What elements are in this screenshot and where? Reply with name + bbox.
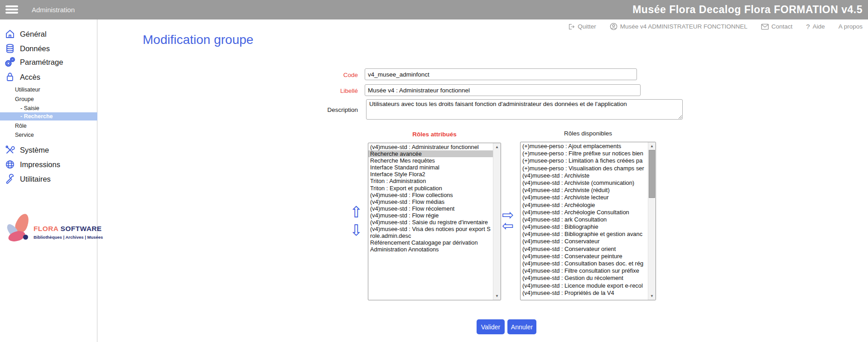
sidebar-item-groupe-saisie[interactable]: - Saisie [0, 104, 97, 112]
lock-icon [5, 72, 15, 82]
move-up-arrow[interactable]: ⇧ [350, 204, 363, 220]
scrollbar-thumb[interactable] [649, 150, 655, 198]
list-item[interactable]: Administration Annotations [368, 246, 493, 253]
libelle-input[interactable] [365, 84, 641, 96]
move-down-arrow[interactable]: ⇩ [350, 222, 363, 238]
scroll-down-icon[interactable]: ▼ [493, 292, 501, 300]
list-item[interactable]: (+)musee-perso : Visualisation des champ… [521, 165, 648, 172]
sidebar-item-role[interactable]: Rôle [0, 122, 97, 130]
list-item[interactable]: role.admin.desc [368, 232, 493, 239]
database-icon [5, 43, 15, 54]
list-item[interactable]: (v4)musee-std : Conservateur peinture [521, 253, 648, 260]
scroll-up-icon[interactable]: ▲ [648, 142, 656, 150]
list-item[interactable]: (v4)musee-std : Saisie du registre d'inv… [368, 219, 493, 226]
attributed-roles-list: (v4)musee-std : Administrateur fonctionn… [368, 144, 493, 300]
list-item[interactable]: (v4)musee-std : Bibliographie [521, 223, 648, 231]
list-item[interactable]: (v4)musee-std : Archiviste (communicatio… [521, 179, 648, 187]
sidebar-item-label: Utilitaires [20, 175, 51, 183]
sidebar-item-systeme[interactable]: Système [0, 144, 97, 156]
list-item[interactable]: (v4)musee-std : Visa des notices pour ex… [368, 226, 493, 232]
available-scrollbar[interactable]: ▲ ▼ [648, 142, 656, 300]
scroll-down-icon[interactable]: ▼ [648, 292, 656, 300]
valider-button[interactable]: Valider [477, 319, 505, 334]
logo-tagline: Bibliothèques | Archives | Musées [34, 235, 103, 240]
list-item[interactable]: Triton : Administration [368, 178, 493, 184]
sidebar-item-service[interactable]: Service [0, 131, 97, 139]
available-roles-title: Rôles disponibles [520, 130, 656, 137]
list-item[interactable]: (v4)musee-std : Archiviste (réduit) [521, 187, 648, 194]
list-item[interactable]: (v4)musee-std : Conservateur [521, 238, 648, 245]
code-input[interactable] [365, 68, 637, 80]
sidebar-item-donnees[interactable]: Données [0, 43, 97, 54]
contact-button[interactable]: Contact [761, 23, 793, 30]
sidebar-subitem-label: Utilisateur [0, 86, 97, 94]
question-icon: ? [806, 23, 810, 30]
list-item[interactable]: (v4)musee-std : Flow médias [368, 198, 493, 205]
list-item[interactable]: (v4)musee-std : Filtre consultation sur … [521, 267, 648, 275]
hamburger-menu-icon[interactable] [5, 4, 19, 15]
available-roles-listbox: (+)musee-perso : Ajout emplacements(+)mu… [520, 142, 656, 300]
list-item[interactable]: (v4)musee-std : Gestion du récolement [521, 275, 648, 282]
current-user[interactable]: Musée v4 ADMINISTRATEUR FONCTIONNEL [610, 23, 747, 30]
sidebar-subitem-label: - Saisie [0, 104, 97, 112]
scroll-up-icon[interactable]: ▲ [493, 143, 501, 151]
wrench-icon [5, 173, 15, 184]
list-item[interactable]: (v4)musee-std : Archéologie [521, 202, 648, 209]
list-item[interactable]: Triton : Export et publication [368, 185, 493, 192]
list-item[interactable]: Interface Style Flora2 [368, 171, 493, 178]
sidebar-subitem-label: Service [0, 131, 97, 139]
quit-button[interactable]: Quitter [568, 23, 596, 30]
sidebar-item-impressions[interactable]: Impressions [0, 159, 97, 170]
attributed-roles-listbox: (v4)musee-std : Administrateur fonctionn… [368, 143, 501, 300]
list-item[interactable]: (v4)musee-std : Flow collections [368, 192, 493, 198]
sidebar-item-groupe-recherche[interactable]: - Recherche [0, 112, 97, 120]
envelope-icon [761, 24, 769, 30]
sidebar-subitem-label: Groupe [0, 95, 97, 103]
list-item[interactable]: (v4)musee-std : Conservateur orient [521, 246, 648, 253]
sidebar-item-groupe[interactable]: Groupe [0, 95, 97, 103]
attributed-scrollbar[interactable]: ▲ ▼ [493, 143, 501, 300]
administration-window: Administration Musée Flora Decalog Flora… [0, 0, 868, 342]
sidebar-subitem-label: - Recherche [0, 112, 97, 120]
sidebar-item-label: Général [20, 30, 47, 39]
app-title: Musée Flora Decalog Flora FORMATION v4.5 [632, 0, 863, 19]
sidebar-item-label: Données [20, 44, 50, 53]
sidebar-item-acces[interactable]: Accès [0, 71, 97, 83]
sidebar-item-label: Impressions [20, 160, 60, 169]
libelle-label: Libellé [299, 87, 358, 94]
list-item[interactable]: Recherche avancée [368, 150, 493, 157]
help-label: Aide [813, 23, 825, 30]
logo-dot [23, 235, 28, 240]
about-label: A propos [839, 23, 863, 30]
list-item[interactable]: (v4)musee-std : Archiviste lecteur [521, 194, 648, 201]
sidebar-subitem-label: Rôle [0, 122, 97, 130]
list-item[interactable]: (+)musee-perso : Limitation à fiches cré… [521, 157, 648, 164]
about-button[interactable]: A propos [839, 23, 863, 30]
list-item[interactable]: (v4)musee-std : Flow régie [368, 212, 493, 219]
remove-role-arrow[interactable]: ⇦ [502, 219, 514, 233]
sidebar-item-utilitaires[interactable]: Utilitaires [0, 173, 97, 185]
list-item[interactable]: Référencement Catalogage par dérivation [368, 239, 493, 246]
list-item[interactable]: (v4)musee-std : Archéologie Consultation [521, 209, 648, 216]
help-button[interactable]: ? Aide [806, 23, 825, 30]
list-item[interactable]: (v4)musee-std : Licence module export e-… [521, 282, 648, 289]
description-textarea[interactable]: Utilisateurs avec tous les droits faisan… [366, 99, 683, 120]
sidebar-item-general[interactable]: Général [0, 28, 97, 40]
list-item[interactable]: (v4)musee-std : Flow récolement [368, 205, 493, 212]
list-item[interactable]: (v4)musee-std : Archiviste [521, 172, 648, 179]
list-item[interactable]: (+)musee-perso : Filtre préfixe sur noti… [521, 150, 648, 157]
home-icon [5, 29, 15, 39]
list-item[interactable]: (v4)musee-std : Administrateur fonctionn… [368, 144, 493, 150]
sidebar-item-parametrage[interactable]: Paramétrage [0, 56, 97, 68]
list-item[interactable]: Recherche Mes requêtes [368, 157, 493, 164]
list-item[interactable]: (v4)musee-std : Consultation bases doc. … [521, 260, 648, 267]
sidebar-item-label: Paramétrage [20, 58, 63, 67]
list-item[interactable]: (v4)musee-std : ark Consultation [521, 216, 648, 223]
list-item[interactable]: (v4)musee-std : Bibliographie et gestion… [521, 231, 648, 238]
list-item[interactable]: (v4)musee-std : Propriétés de la V4 [521, 289, 648, 297]
contact-label: Contact [772, 23, 793, 30]
list-item[interactable]: Interface Standard minimal [368, 164, 493, 171]
annuler-button[interactable]: Annuler [507, 319, 536, 334]
sidebar-item-utilisateur[interactable]: Utilisateur [0, 86, 97, 94]
list-item[interactable]: (+)musee-perso : Ajout emplacements [521, 143, 648, 150]
